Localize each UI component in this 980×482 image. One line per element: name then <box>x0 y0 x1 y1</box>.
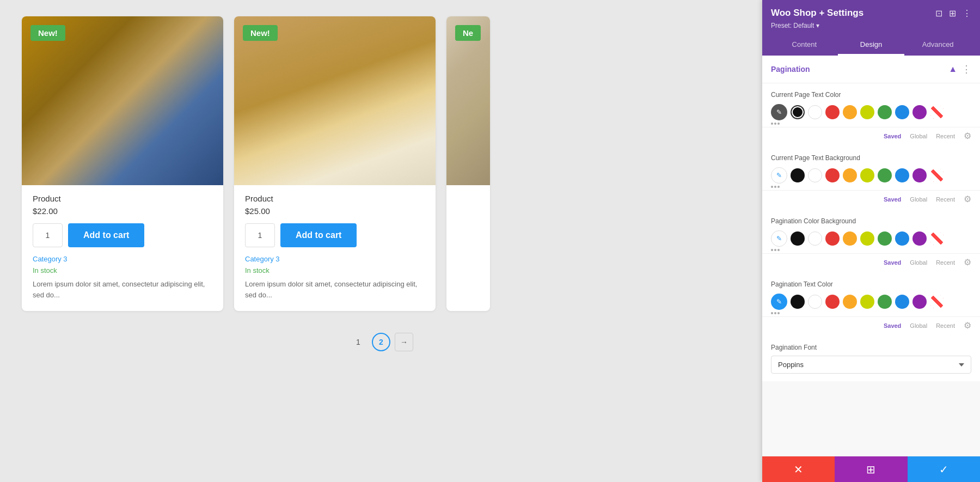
add-to-cart-btn-1[interactable]: Add to cart <box>68 223 144 247</box>
save-button[interactable]: ✓ <box>908 456 980 482</box>
tab-design[interactable]: Design <box>838 35 905 56</box>
gear-icon-3[interactable]: ⚙ <box>964 257 971 267</box>
swatch-blue-2[interactable] <box>895 168 909 182</box>
color-picker-btn-3[interactable]: ✎ <box>771 230 787 247</box>
global-btn-2[interactable]: Global <box>910 196 927 203</box>
color-footer-2: Saved Global Recent ⚙ <box>762 191 980 210</box>
page-1[interactable]: 1 <box>349 333 367 351</box>
swatch-lime-4[interactable] <box>860 295 874 309</box>
color-swatches-1: ✎ <box>771 104 971 120</box>
swatch-lime-3[interactable] <box>860 231 874 246</box>
gear-icon-4[interactable]: ⚙ <box>964 320 971 331</box>
swatch-purple-2[interactable] <box>912 168 927 182</box>
gear-icon-2[interactable]: ⚙ <box>964 194 971 204</box>
font-label: Pagination Font <box>771 344 971 351</box>
product-card-3: Ne <box>446 16 490 311</box>
swatch-more-3[interactable] <box>771 249 780 251</box>
saved-btn-3[interactable]: Saved <box>884 259 901 266</box>
collapse-btn[interactable]: ▲ <box>948 64 957 74</box>
swatch-none-4[interactable] <box>930 295 944 309</box>
global-btn-4[interactable]: Global <box>910 322 927 329</box>
saved-btn-1[interactable]: Saved <box>884 133 901 139</box>
layout-button[interactable]: ⊞ <box>835 456 907 482</box>
swatch-red-3[interactable] <box>825 231 840 246</box>
product-category-1[interactable]: Category 3 <box>33 255 212 263</box>
product-category-2[interactable]: Category 3 <box>245 255 425 263</box>
tab-content[interactable]: Content <box>771 35 838 56</box>
swatch-amber-3[interactable] <box>843 231 857 246</box>
qty-input-2[interactable] <box>245 223 275 247</box>
swatch-white-2[interactable] <box>808 168 822 182</box>
swatch-more-2[interactable] <box>771 186 780 188</box>
close-button[interactable]: ✕ <box>762 456 835 482</box>
swatch-none-3[interactable] <box>930 231 944 246</box>
swatch-green-3[interactable] <box>878 231 892 246</box>
swatch-purple-3[interactable] <box>912 231 927 246</box>
color-picker-btn-4[interactable]: ✎ <box>771 294 787 310</box>
swatch-purple-1[interactable] <box>912 105 927 119</box>
product-image-1: New! <box>22 16 223 185</box>
pagination-text-color-setting: Pagination Text Color ✎ <box>762 273 980 317</box>
saved-btn-2[interactable]: Saved <box>884 196 901 203</box>
product-price-2: $25.00 <box>245 206 425 216</box>
panel-body: Pagination ▲ ⋮ Current Page Text Color ✎ <box>762 56 980 456</box>
tab-advanced[interactable]: Advanced <box>904 35 971 56</box>
swatch-white-4[interactable] <box>808 295 822 309</box>
page-2[interactable]: 2 <box>372 333 390 351</box>
swatch-black-2[interactable] <box>791 168 805 182</box>
screen-icon[interactable]: ⊡ <box>935 8 942 19</box>
global-btn-1[interactable]: Global <box>910 133 927 139</box>
columns-icon[interactable]: ⊞ <box>949 8 956 19</box>
swatch-red-2[interactable] <box>825 168 840 182</box>
swatch-amber-1[interactable] <box>843 105 857 119</box>
preset-label: Preset: Default <box>771 22 814 29</box>
pencil-icon-2: ✎ <box>776 172 782 179</box>
swatch-lime-2[interactable] <box>860 168 874 182</box>
qty-input-1[interactable] <box>33 223 63 247</box>
color-swatches-3: ✎ <box>771 230 971 247</box>
product-stock-1: In stock <box>33 266 212 274</box>
product-desc-1: Lorem ipsum dolor sit amet, consectetur … <box>33 279 212 300</box>
swatch-green-4[interactable] <box>878 295 892 309</box>
swatch-white-3[interactable] <box>808 231 822 246</box>
products-grid: New! Product $22.00 Add to cart Category… <box>22 16 740 311</box>
swatch-amber-2[interactable] <box>843 168 857 182</box>
swatch-white-1[interactable] <box>808 105 822 119</box>
swatch-more-4[interactable] <box>771 312 780 314</box>
recent-btn-2[interactable]: Recent <box>936 196 955 203</box>
recent-btn-4[interactable]: Recent <box>936 322 955 329</box>
swatch-red-4[interactable] <box>825 295 840 309</box>
swatch-blue-3[interactable] <box>895 231 909 246</box>
swatch-purple-4[interactable] <box>912 295 927 309</box>
color-picker-btn-1[interactable]: ✎ <box>771 104 787 120</box>
gear-icon-1[interactable]: ⚙ <box>964 131 971 141</box>
swatch-amber-4[interactable] <box>843 295 857 309</box>
panel-footer: ✕ ⊞ ✓ <box>762 456 980 482</box>
swatch-black-4[interactable] <box>791 295 805 309</box>
global-btn-3[interactable]: Global <box>910 259 927 266</box>
swatch-green-1[interactable] <box>878 105 892 119</box>
swatch-none-2[interactable] <box>930 168 944 182</box>
add-to-cart-btn-2[interactable]: Add to cart <box>280 223 357 247</box>
saved-btn-4[interactable]: Saved <box>884 322 901 329</box>
swatch-green-2[interactable] <box>878 168 892 182</box>
settings-panel: Woo Shop + Settings ⊡ ⊞ ⋮ Preset: Defaul… <box>762 0 980 482</box>
color-picker-btn-2[interactable]: ✎ <box>771 167 787 184</box>
panel-preset[interactable]: Preset: Default ▾ <box>771 22 971 29</box>
recent-btn-1[interactable]: Recent <box>936 133 955 139</box>
swatch-none-1[interactable] <box>930 105 944 119</box>
color-label-1: Current Page Text Color <box>771 91 971 99</box>
swatch-more-1[interactable] <box>771 123 780 125</box>
product-name-1: Product <box>33 194 212 203</box>
recent-btn-3[interactable]: Recent <box>936 259 955 266</box>
swatch-red-1[interactable] <box>825 105 840 119</box>
section-more-btn[interactable]: ⋮ <box>961 63 971 75</box>
swatch-lime-1[interactable] <box>860 105 874 119</box>
more-icon[interactable]: ⋮ <box>963 8 971 19</box>
next-page-arrow[interactable]: → <box>395 333 413 351</box>
swatch-blue-4[interactable] <box>895 295 909 309</box>
swatch-black-1[interactable] <box>791 105 805 119</box>
swatch-blue-1[interactable] <box>895 105 909 119</box>
font-select[interactable]: Poppins <box>771 356 971 374</box>
swatch-black-3[interactable] <box>791 231 805 246</box>
